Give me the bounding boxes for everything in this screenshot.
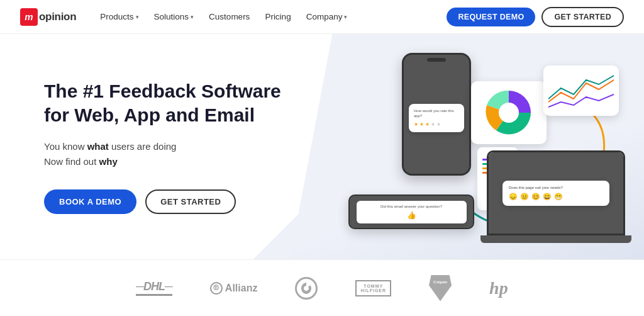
laptop-card: Does this page suit your needs? 😞 😐 😊 😄 … — [502, 181, 609, 206]
laptop-inner: Does this page suit your needs? 😞 😐 😊 😄 … — [489, 152, 623, 234]
thumbs-up-icon: 👍 — [407, 211, 416, 220]
pie-chart — [484, 87, 534, 138]
svg-point-1 — [499, 103, 519, 123]
tommy-text-2: HILFIGER — [360, 288, 386, 293]
hero-illustration: How would you rate this app? ★ ★ ★ ★ ★ — [348, 47, 625, 248]
book-demo-button[interactable]: BOOK A DEMO — [44, 189, 136, 214]
logo-tommy-hilfiger: TOMMY HILFIGER — [355, 280, 391, 296]
nav-item-pricing[interactable]: Pricing — [258, 8, 297, 25]
get-started-hero-button[interactable]: GET STARTED — [145, 189, 236, 214]
hero-title: The #1 Feedback Softwarefor Web, App and… — [44, 79, 281, 127]
pie-chart-card — [471, 81, 547, 144]
emoji-3: 😊 — [531, 193, 540, 201]
phone-notch — [427, 58, 446, 62]
allianz-logo: ⑪ Allianz — [210, 282, 258, 295]
logo-allianz: ⑪ Allianz — [210, 282, 258, 295]
line-chart — [548, 71, 614, 111]
line-chart-card — [543, 65, 619, 116]
email-card: Did this email answer your question? 👍 — [357, 201, 467, 223]
chevron-down-icon: ▾ — [344, 14, 347, 20]
star-5: ★ — [436, 121, 441, 127]
chevron-down-icon: ▾ — [191, 14, 194, 20]
star-3: ★ — [425, 121, 430, 127]
star-1: ★ — [414, 121, 418, 127]
logo-wordmark: opinion — [39, 11, 76, 23]
emoji-2: 😐 — [520, 193, 529, 201]
dhl-logo: ─DHL─ — [136, 280, 172, 296]
phone-screen: How would you rate this app? ★ ★ ★ ★ ★ — [404, 55, 469, 174]
nav-label-customers: Customers — [209, 12, 250, 21]
email-question-text: Did this email answer your question? — [380, 205, 442, 208]
emoji-5: 😁 — [554, 193, 563, 201]
logo-m: m — [25, 11, 33, 22]
star-4: ★ — [431, 121, 435, 127]
laptop-base — [480, 235, 631, 243]
hero-content: The #1 Feedback Softwarefor Web, App and… — [44, 79, 281, 214]
hero-buttons: BOOK A DEMO GET STARTED — [44, 189, 281, 214]
hero-section: The #1 Feedback Softwarefor Web, App and… — [0, 34, 644, 259]
tommy-text-1: TOMMY — [364, 284, 383, 288]
star-rating: ★ ★ ★ ★ ★ — [414, 121, 459, 127]
logo-colgate: Colgate — [429, 275, 452, 302]
nav-label-pricing: Pricing — [265, 12, 291, 21]
laptop-question-text: Does this page suit your needs? — [509, 186, 603, 189]
vodafone-logo — [295, 277, 318, 300]
nav-item-customers[interactable]: Customers — [203, 8, 256, 25]
vodafone-icon — [299, 281, 313, 295]
logos-section: ─DHL─ ⑪ Allianz TOMMY HILFIGER Colgate h… — [0, 259, 644, 316]
emoji-1: 😞 — [509, 193, 518, 201]
get-started-nav-button[interactable]: GET STARTED — [541, 7, 624, 27]
nav-item-solutions[interactable]: Solutions ▾ — [148, 8, 201, 25]
logo-icon: m — [20, 8, 38, 26]
navbar: m opinion Products ▾ Solutions ▾ Custome… — [0, 0, 644, 34]
colgate-shield: Colgate — [429, 275, 452, 302]
colgate-text: Colgate — [433, 280, 447, 284]
hero-subtitle: You know what users are doing Now find o… — [44, 139, 281, 169]
request-demo-button[interactable]: REQUEST DEMO — [447, 8, 535, 26]
nav-label-company: Company — [306, 12, 343, 21]
laptop-mockup: Does this page suit your needs? 😞 😐 😊 😄 … — [487, 150, 625, 248]
star-2: ★ — [419, 121, 424, 127]
chevron-down-icon: ▾ — [136, 14, 139, 20]
logo-hp: hp — [489, 278, 508, 298]
tablet-screen: Did this email answer your question? 👍 — [350, 196, 473, 228]
logo[interactable]: m opinion — [20, 8, 76, 26]
nav-item-products[interactable]: Products ▾ — [94, 8, 145, 25]
nav-label-solutions: Solutions — [154, 12, 189, 21]
hero-bold-why: why — [99, 156, 118, 167]
nav-item-company[interactable]: Company ▾ — [300, 8, 354, 25]
logo-vodafone — [295, 277, 318, 300]
phone-feedback-card: How would you rate this app? ★ ★ ★ ★ ★ — [409, 104, 464, 132]
laptop-screen: Does this page suit your needs? 😞 😐 😊 😄 … — [487, 150, 625, 235]
hp-logo: hp — [489, 278, 508, 298]
email-mockup: Did this email answer your question? 👍 — [348, 195, 474, 229]
allianz-icon: ⑪ — [210, 282, 223, 295]
emoji-rating-row: 😞 😐 😊 😄 😁 — [509, 193, 603, 201]
phone-mockup: How would you rate this app? ★ ★ ★ ★ ★ — [402, 53, 471, 176]
nav-links: Products ▾ Solutions ▾ Customers Pricing… — [94, 8, 447, 25]
nav-label-products: Products — [100, 12, 133, 21]
phone-question-text: How would you rate this app? — [414, 109, 459, 119]
logo-dhl: ─DHL─ — [136, 280, 172, 296]
hero-bold-what: what — [87, 141, 109, 152]
allianz-text: Allianz — [225, 283, 258, 294]
emoji-4: 😄 — [543, 193, 552, 201]
nav-actions: REQUEST DEMO GET STARTED — [447, 7, 624, 27]
tommy-logo: TOMMY HILFIGER — [355, 280, 391, 296]
